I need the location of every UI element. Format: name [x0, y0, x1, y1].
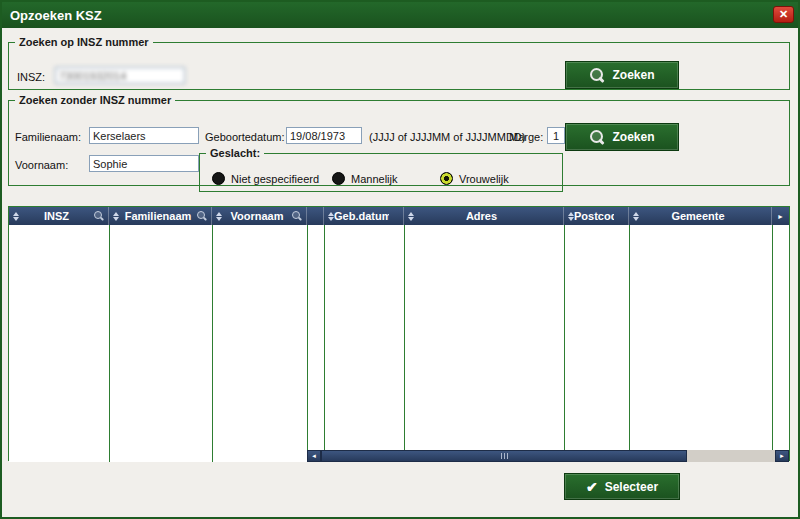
section-legend: Zoeken zonder INSZ nummer — [15, 94, 175, 106]
column-header-adres[interactable]: Adres — [404, 207, 564, 225]
scroll-right-icon: ► — [779, 453, 785, 459]
radio-niet-gespecifieerd[interactable]: Niet gespecifieerd — [212, 172, 319, 185]
radio-vrouwelijk[interactable]: Vrouwelijk — [440, 172, 509, 185]
column-divider — [772, 225, 773, 450]
window-title: Opzoeken KSZ — [10, 8, 102, 23]
column-header-gemeente[interactable]: Gemeente — [629, 207, 772, 225]
title-bar: Opzoeken KSZ — [2, 2, 798, 28]
column-header-insz[interactable]: INSZ — [9, 207, 109, 225]
radio-mannelijk[interactable]: Mannelijk — [332, 172, 397, 185]
geslacht-legend: Geslacht: — [206, 147, 264, 159]
geboortedatum-input[interactable] — [286, 127, 362, 144]
column-header-spacer — [307, 207, 324, 225]
section-legend: Zoeken op INSZ nummer — [15, 36, 153, 48]
column-search-icon[interactable] — [197, 211, 207, 221]
checkmark-icon: ✔ — [586, 480, 598, 494]
zoeken-button-label: Zoeken — [612, 130, 654, 144]
column-header-voornaam[interactable]: Voornaam — [212, 207, 307, 225]
results-table-body: ◄ ► — [9, 225, 789, 462]
marge-input[interactable] — [547, 127, 565, 144]
search-icon — [589, 67, 605, 83]
column-header-gebdatum[interactable]: Geb.datum — [324, 207, 404, 225]
insz-label: INSZ: — [17, 71, 45, 83]
column-header-familienaam[interactable]: Familienaam — [109, 207, 212, 225]
column-divider — [307, 225, 308, 462]
geboortedatum-label: Geboortedatum: — [205, 131, 285, 143]
scroll-left-icon: ◄ — [311, 453, 317, 459]
column-divider — [212, 225, 213, 462]
section-search-without-insz: Zoeken zonder INSZ nummer Familienaam: G… — [8, 94, 790, 186]
radio-label: Niet gespecifieerd — [231, 173, 319, 185]
radio-icon — [212, 172, 225, 185]
column-divider — [324, 225, 325, 450]
section-search-by-insz: Zoeken op INSZ nummer INSZ: Zoeken — [8, 36, 790, 90]
column-search-icon[interactable] — [94, 211, 104, 221]
column-divider — [404, 225, 405, 450]
close-icon: ✕ — [779, 9, 788, 20]
voornaam-input[interactable] — [89, 155, 199, 172]
column-scroll-right-button[interactable]: ► — [772, 207, 789, 225]
horizontal-scrollbar[interactable]: ◄ ► — [307, 450, 789, 462]
scroll-right-button[interactable]: ► — [775, 450, 789, 462]
dialog-opzoeken-ksz: Opzoeken KSZ ✕ Zoeken op INSZ nummer INS… — [0, 0, 800, 519]
selecteer-button[interactable]: ✔ Selecteer — [564, 473, 680, 500]
scroll-left-button[interactable]: ◄ — [307, 450, 321, 462]
date-format-hint: (JJJJ of JJJJMM of JJJJMMDD) — [369, 131, 525, 143]
section-geslacht: Geslacht: Niet gespecifieerd Mannelijk V… — [199, 147, 563, 192]
zoeken-zonder-insz-button[interactable]: Zoeken — [565, 123, 679, 151]
search-icon — [589, 129, 605, 145]
radio-icon — [332, 172, 345, 185]
insz-input[interactable] — [55, 67, 185, 84]
voornaam-label: Voornaam: — [15, 159, 68, 171]
close-button[interactable]: ✕ — [773, 6, 794, 23]
radio-label: Mannelijk — [351, 173, 397, 185]
zoeken-insz-button[interactable]: Zoeken — [565, 61, 679, 89]
radio-label: Vrouwelijk — [459, 173, 509, 185]
familienaam-input[interactable] — [89, 127, 199, 144]
marge-label: Marge: — [509, 131, 543, 143]
selecteer-button-label: Selecteer — [605, 480, 658, 494]
column-search-icon[interactable] — [292, 211, 302, 221]
scrollbar-track[interactable] — [321, 450, 775, 462]
results-table: INSZ Familienaam Voornaam Geb.datum — [8, 206, 790, 461]
scrollbar-thumb[interactable] — [321, 450, 687, 462]
results-table-header: INSZ Familienaam Voornaam Geb.datum — [9, 207, 789, 225]
zoeken-button-label: Zoeken — [612, 68, 654, 82]
familienaam-label: Familienaam: — [15, 131, 81, 143]
column-header-postcode[interactable]: Postcode — [564, 207, 629, 225]
radio-icon — [440, 172, 453, 185]
column-divider — [629, 225, 630, 450]
column-divider — [564, 225, 565, 450]
scroll-right-icon: ► — [777, 213, 784, 220]
column-divider — [109, 225, 110, 462]
